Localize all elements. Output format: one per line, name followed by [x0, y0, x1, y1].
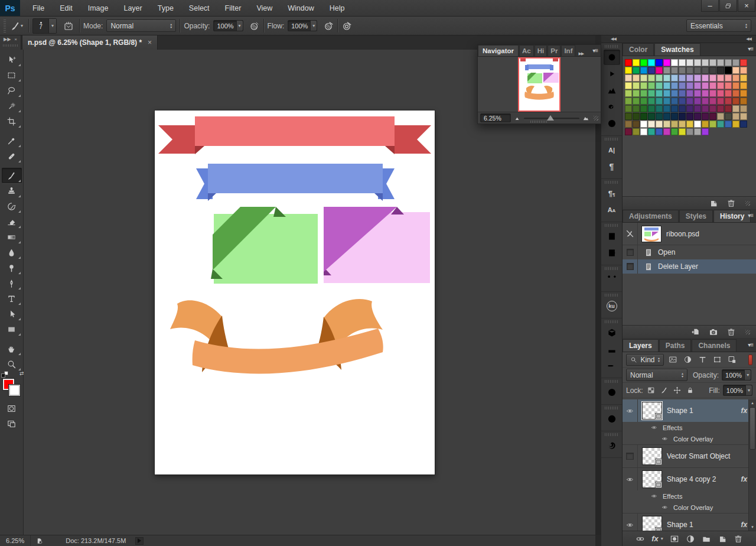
tab-paths[interactable]: Paths	[659, 339, 692, 352]
menu-item-help[interactable]: Help	[322, 0, 353, 16]
swatch[interactable]	[725, 74, 732, 82]
tool-brush[interactable]	[2, 168, 22, 183]
tool-marquee[interactable]	[2, 67, 22, 83]
swatch[interactable]	[702, 59, 709, 66]
swatch[interactable]	[663, 113, 670, 120]
tool-crop[interactable]	[2, 113, 22, 129]
swatch[interactable]	[648, 67, 655, 74]
swatch[interactable]	[686, 98, 693, 105]
flow-input[interactable]: 100% ▾	[288, 20, 317, 31]
swatch[interactable]	[702, 98, 709, 105]
swatch[interactable]	[740, 67, 747, 74]
tool-dodge[interactable]	[2, 260, 22, 275]
tab-history[interactable]: History	[713, 210, 751, 222]
swatch[interactable]	[740, 113, 747, 120]
swatch[interactable]	[625, 59, 632, 66]
swatch[interactable]	[633, 113, 640, 120]
swatch[interactable]	[740, 59, 747, 66]
close-tools-icon[interactable]: ×	[14, 37, 17, 42]
tool-quick-selection[interactable]	[2, 98, 22, 113]
tool-hand[interactable]	[2, 341, 22, 356]
swatch[interactable]	[732, 59, 739, 66]
lock-all-button[interactable]	[685, 385, 695, 395]
tab-layers[interactable]: Layers	[623, 339, 659, 352]
tab-channels[interactable]: Channels	[692, 339, 737, 352]
filter-smart-objects-button[interactable]	[726, 354, 738, 366]
swatch[interactable]	[648, 59, 655, 66]
lock-position-button[interactable]	[672, 385, 682, 395]
layer-row[interactable]: Shape 4 copy 2fx▲	[623, 468, 756, 490]
panel-menu-icon[interactable]: ▾≡	[748, 46, 753, 52]
swatch[interactable]	[640, 98, 647, 105]
swatch[interactable]	[702, 82, 709, 89]
swatch[interactable]	[640, 90, 647, 97]
zoom-out-mountain-icon[interactable]	[514, 115, 521, 121]
swatch[interactable]	[671, 113, 678, 120]
tab-swatches[interactable]: Swatches	[654, 43, 700, 56]
swatch[interactable]	[625, 67, 632, 74]
toggle-brush-panel-button[interactable]	[61, 20, 76, 32]
swatch[interactable]	[648, 121, 655, 128]
panel-icon-navigator[interactable]	[604, 50, 620, 65]
layer-row[interactable]: Shape 1fx▲	[623, 514, 756, 531]
tool-clone-stamp[interactable]	[2, 183, 22, 199]
swatch[interactable]	[732, 113, 739, 120]
adjustment-layer-icon[interactable]	[686, 534, 695, 544]
minimize-button[interactable]: –	[701, 0, 719, 12]
panel-icon-mini-bridge[interactable]	[604, 411, 620, 427]
swatch[interactable]	[732, 67, 739, 74]
tool-path-selection[interactable]	[2, 306, 22, 321]
panel-icon-brush-presets[interactable]	[604, 342, 620, 357]
swatch[interactable]	[656, 74, 663, 82]
swatch[interactable]	[709, 67, 716, 74]
menu-item-view[interactable]: View	[249, 0, 280, 16]
panel-icon-histogram[interactable]	[604, 83, 620, 98]
current-tool-button[interactable]: ▾	[8, 20, 25, 32]
swatch[interactable]	[625, 98, 632, 105]
swatch[interactable]	[633, 59, 640, 66]
panel-icon-tool-bar[interactable]	[604, 358, 620, 373]
opacity-input[interactable]: 100% ▾	[213, 20, 243, 31]
status-options-button[interactable]	[135, 537, 144, 545]
swatch[interactable]	[656, 105, 663, 112]
tab-hi[interactable]: Hi	[535, 45, 548, 56]
panel-icon-notes[interactable]	[604, 245, 620, 261]
swatch[interactable]	[740, 105, 747, 112]
swatch[interactable]	[648, 105, 655, 112]
layer-effect-row[interactable]: Effects	[623, 422, 756, 433]
swatch[interactable]	[725, 90, 732, 97]
panel-icon-character-styles[interactable]: AA	[604, 202, 620, 217]
swatch[interactable]	[702, 74, 709, 82]
panel-icon-kuler[interactable]: ku	[604, 298, 620, 314]
swatch[interactable]	[686, 113, 693, 120]
tool-blur[interactable]	[2, 245, 22, 260]
panel-icon-properties[interactable]	[604, 99, 620, 115]
swatch[interactable]	[686, 105, 693, 112]
options-grip[interactable]	[4, 20, 6, 32]
swatch[interactable]	[656, 128, 663, 135]
swatch[interactable]	[671, 121, 678, 128]
swatch[interactable]	[717, 67, 724, 74]
layer-row[interactable]: Vector Smart Object	[623, 445, 756, 467]
swatch[interactable]	[679, 67, 686, 74]
swatch[interactable]	[656, 90, 663, 97]
panel-icon-tool-presets[interactable]	[604, 272, 620, 287]
swatch[interactable]	[656, 113, 663, 120]
swatch[interactable]	[648, 98, 655, 105]
fx-badge[interactable]: fx	[741, 475, 747, 483]
swatch[interactable]	[709, 113, 716, 120]
swatch[interactable]	[717, 121, 724, 128]
swatch[interactable]	[717, 82, 724, 89]
swatch[interactable]	[663, 105, 670, 112]
swatch[interactable]	[686, 74, 693, 82]
visibility-toggle[interactable]	[623, 399, 638, 422]
swatch[interactable]	[694, 67, 701, 74]
swatch[interactable]	[656, 121, 663, 128]
swatch[interactable]	[679, 128, 686, 135]
swatch[interactable]	[725, 121, 732, 128]
lock-pixels-button[interactable]	[659, 385, 669, 395]
swatch[interactable]	[625, 74, 632, 82]
swatch[interactable]	[640, 128, 647, 135]
swatch[interactable]	[702, 113, 709, 120]
slider-thumb[interactable]	[547, 115, 554, 121]
